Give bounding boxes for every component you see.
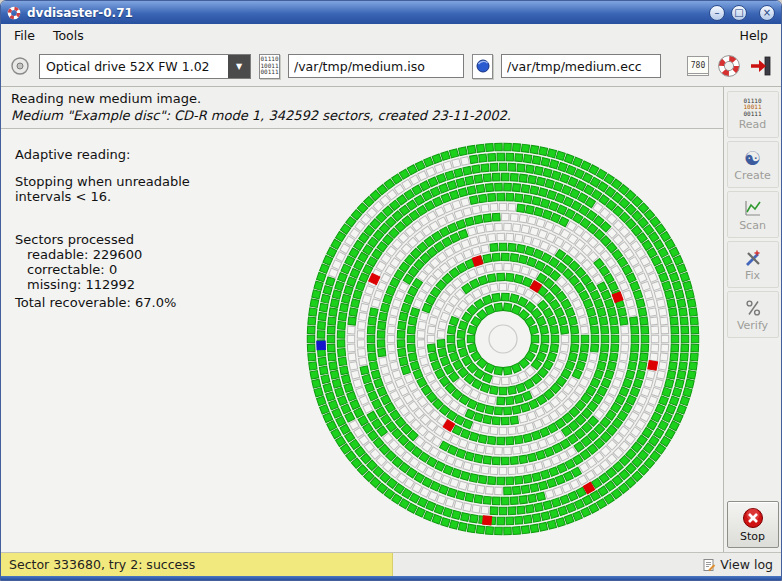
create-button-label: Create bbox=[734, 169, 771, 182]
missing-row: missing: 112992 bbox=[15, 277, 190, 292]
panel-spacer bbox=[15, 162, 190, 174]
scan-button-label: Scan bbox=[739, 219, 766, 232]
sectors-heading: Sectors processed bbox=[15, 232, 190, 247]
action-status-line: Reading new medium image. bbox=[11, 91, 713, 106]
drive-icon bbox=[9, 55, 31, 77]
panel-spacer bbox=[15, 204, 190, 232]
scan-icon bbox=[743, 198, 763, 218]
create-icon: ☯ bbox=[744, 148, 761, 168]
view-log-button[interactable]: View log bbox=[694, 557, 781, 572]
menubar: File Tools Help bbox=[1, 24, 781, 46]
read-icon: 01110 10011 00111 bbox=[743, 98, 761, 117]
sector-size-icon[interactable]: 780 bbox=[687, 56, 709, 76]
panel-heading: Adaptive reading: bbox=[15, 147, 190, 162]
content-column: Reading new medium image. Medium "Exampl… bbox=[1, 87, 723, 552]
fix-button-label: Fix bbox=[745, 269, 760, 282]
missing-value: 112992 bbox=[85, 277, 135, 292]
fix-button[interactable]: Fix bbox=[727, 241, 779, 288]
ecc-file-input[interactable] bbox=[501, 54, 661, 78]
stopping-line-1: Stopping when unreadable bbox=[15, 174, 190, 189]
reading-main-area: Adaptive reading: Stopping when unreadab… bbox=[1, 129, 723, 552]
content-row: Reading new medium image. Medium "Exampl… bbox=[1, 87, 781, 552]
window-bottom-border bbox=[1, 576, 781, 580]
app-window: dvdisaster-0.71 – □ × File Tools Help Op… bbox=[0, 0, 782, 581]
status-message-area: Reading new medium image. Medium "Exampl… bbox=[1, 87, 723, 129]
menu-help[interactable]: Help bbox=[731, 26, 778, 45]
readable-label: readable: bbox=[27, 247, 88, 262]
total-recoverable-line: Total recoverable: 67.0% bbox=[15, 295, 190, 310]
binary-row: 00111 bbox=[260, 69, 278, 75]
image-file-input[interactable] bbox=[288, 54, 464, 78]
minimize-button[interactable]: – bbox=[709, 5, 725, 21]
fix-icon bbox=[743, 248, 763, 268]
stop-button-label: Stop bbox=[740, 530, 765, 543]
window-title: dvdisaster-0.71 bbox=[27, 6, 133, 20]
close-button[interactable]: × bbox=[759, 5, 775, 21]
stop-icon bbox=[742, 507, 764, 529]
menu-file[interactable]: File bbox=[5, 26, 44, 45]
view-log-label: View log bbox=[720, 557, 773, 572]
verify-button[interactable]: Verify bbox=[727, 291, 779, 338]
drive-select-dropdown[interactable]: Optical drive 52X FW 1.02 ▼ bbox=[39, 54, 251, 79]
adaptive-reading-panel: Adaptive reading: Stopping when unreadab… bbox=[15, 147, 190, 310]
action-sidebar: 01110 10011 00111 Read ☯ Create Scan bbox=[723, 87, 781, 552]
scan-button[interactable]: Scan bbox=[727, 191, 779, 238]
titlebar[interactable]: dvdisaster-0.71 – □ × bbox=[1, 1, 781, 24]
readable-row: readable: 229600 bbox=[15, 247, 190, 262]
correctable-row: correctable: 0 bbox=[15, 262, 190, 277]
menu-tools[interactable]: Tools bbox=[44, 26, 93, 45]
create-button[interactable]: ☯ Create bbox=[727, 141, 779, 188]
view-log-icon bbox=[702, 558, 716, 572]
quit-icon[interactable] bbox=[749, 54, 773, 78]
read-button[interactable]: 01110 10011 00111 Read bbox=[727, 91, 779, 138]
verify-button-label: Verify bbox=[737, 319, 768, 332]
statusbar: Sector 333680, try 2: success View log bbox=[1, 552, 781, 576]
maximize-button[interactable]: □ bbox=[731, 5, 747, 21]
correctable-label: correctable: bbox=[27, 262, 105, 277]
correctable-value: 0 bbox=[109, 262, 117, 277]
toolbar-right-group: 780 bbox=[687, 54, 773, 78]
readable-value: 229600 bbox=[93, 247, 143, 262]
ecc-globe-glyph bbox=[476, 59, 490, 73]
read-button-label: Read bbox=[739, 118, 767, 131]
verify-icon bbox=[743, 298, 763, 318]
window-lifebelt-icon bbox=[7, 6, 21, 20]
binary-row: 00111 bbox=[743, 111, 761, 117]
chevron-down-icon[interactable]: ▼ bbox=[228, 55, 250, 78]
missing-label: missing: bbox=[27, 277, 81, 292]
image-file-icon: 01110 10011 00111 bbox=[259, 54, 280, 79]
medium-info-line: Medium "Example disc": CD-R mode 1, 3425… bbox=[11, 108, 713, 123]
sector-status-message: Sector 333680, try 2: success bbox=[1, 553, 393, 576]
stopping-line-2: intervals < 16. bbox=[15, 189, 190, 204]
ecc-file-icon bbox=[472, 54, 493, 79]
help-lifebelt-icon[interactable] bbox=[717, 54, 741, 78]
stop-button[interactable]: Stop bbox=[727, 501, 779, 548]
disc-spiral bbox=[293, 129, 713, 549]
drive-select-value: Optical drive 52X FW 1.02 bbox=[40, 59, 228, 74]
toolbar: Optical drive 52X FW 1.02 ▼ 01110 10011 … bbox=[1, 46, 781, 87]
